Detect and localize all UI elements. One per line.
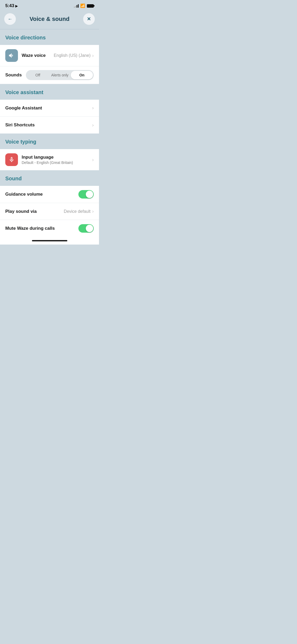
section-sound: Sound — [0, 170, 99, 186]
waze-voice-chevron: › — [92, 53, 94, 58]
section-voice-assistant: Voice assistant — [0, 84, 99, 100]
back-icon: ← — [8, 16, 12, 22]
sound-title: Sound — [5, 176, 22, 181]
play-sound-via-row[interactable]: Play sound via Device default › — [0, 203, 99, 220]
siri-shortcuts-row[interactable]: Siri Shortcuts › — [0, 117, 99, 134]
header: ← Voice & sound ✕ — [0, 11, 99, 29]
battery-icon — [87, 4, 94, 8]
sound-card: Guidance volume Play sound via Device de… — [0, 186, 99, 237]
mute-waze-toggle-knob — [86, 225, 93, 232]
mute-waze-toggle[interactable] — [78, 224, 94, 233]
waze-voice-value: English (US) (Jane) — [54, 53, 91, 58]
waze-voice-content: Waze voice — [22, 53, 54, 58]
google-assistant-chevron: › — [92, 105, 94, 111]
play-sound-via-value: Device default — [64, 209, 91, 214]
voice-typing-title: Voice typing — [5, 139, 36, 145]
status-icons: 📶 — [74, 3, 94, 8]
voice-assistant-title: Voice assistant — [5, 89, 43, 95]
section-voice-directions: Voice directions — [0, 29, 99, 45]
siri-shortcuts-content: Siri Shortcuts — [5, 122, 92, 128]
page-title: Voice & sound — [30, 16, 69, 22]
google-assistant-row[interactable]: Google Assistant › — [0, 100, 99, 117]
sounds-on-option[interactable]: On — [71, 71, 93, 79]
close-button[interactable]: ✕ — [83, 13, 95, 25]
input-language-sublabel: Default - English (Great Britain) — [22, 160, 92, 165]
home-indicator-area — [0, 237, 99, 245]
waze-voice-icon-box — [5, 49, 18, 62]
play-sound-via-label: Play sound via — [5, 209, 37, 214]
speaker-icon — [8, 52, 15, 59]
google-assistant-label: Google Assistant — [5, 105, 42, 111]
guidance-volume-content: Guidance volume — [5, 192, 78, 197]
back-button[interactable]: ← — [4, 13, 16, 25]
input-language-content: Input language Default - English (Great … — [22, 155, 92, 165]
siri-shortcuts-label: Siri Shortcuts — [5, 122, 35, 127]
home-indicator-bar — [32, 240, 67, 241]
sounds-row: Sounds Off Alerts only On — [0, 66, 99, 84]
play-sound-via-content: Play sound via — [5, 209, 64, 214]
status-bar: 5:43 ▶ 📶 — [0, 0, 99, 11]
wifi-icon: 📶 — [80, 3, 85, 8]
input-language-chevron: › — [92, 157, 94, 163]
waze-voice-label: Waze voice — [22, 53, 46, 58]
google-assistant-content: Google Assistant — [5, 105, 92, 111]
status-time: 5:43 — [5, 3, 14, 8]
sounds-label: Sounds — [5, 72, 22, 78]
close-icon: ✕ — [87, 16, 91, 22]
input-language-row[interactable]: Input language Default - English (Great … — [0, 149, 99, 170]
sounds-segmented-control[interactable]: Off Alerts only On — [26, 70, 94, 80]
signal-icon — [74, 4, 79, 8]
mute-waze-label: Mute Waze during calls — [5, 226, 55, 231]
microphone-icon-box — [5, 153, 18, 166]
voice-assistant-card: Google Assistant › Siri Shortcuts › — [0, 100, 99, 134]
sounds-alerts-option[interactable]: Alerts only — [49, 71, 71, 79]
voice-directions-card: Waze voice English (US) (Jane) › Sounds … — [0, 45, 99, 84]
mute-waze-row: Mute Waze during calls — [0, 220, 99, 237]
microphone-icon — [8, 157, 15, 163]
guidance-volume-row: Guidance volume — [0, 186, 99, 203]
sounds-off-option[interactable]: Off — [27, 71, 49, 79]
siri-shortcuts-chevron: › — [92, 122, 94, 128]
guidance-volume-toggle-knob — [86, 191, 93, 198]
waze-voice-row[interactable]: Waze voice English (US) (Jane) › — [0, 45, 99, 66]
location-icon: ▶ — [15, 4, 18, 8]
guidance-volume-label: Guidance volume — [5, 192, 43, 197]
voice-typing-card: Input language Default - English (Great … — [0, 149, 99, 170]
input-language-label: Input language — [22, 155, 92, 160]
section-voice-typing: Voice typing — [0, 134, 99, 149]
voice-directions-title: Voice directions — [5, 35, 46, 40]
mute-waze-content: Mute Waze during calls — [5, 226, 78, 231]
play-sound-via-chevron: › — [92, 209, 94, 214]
guidance-volume-toggle[interactable] — [78, 190, 94, 199]
